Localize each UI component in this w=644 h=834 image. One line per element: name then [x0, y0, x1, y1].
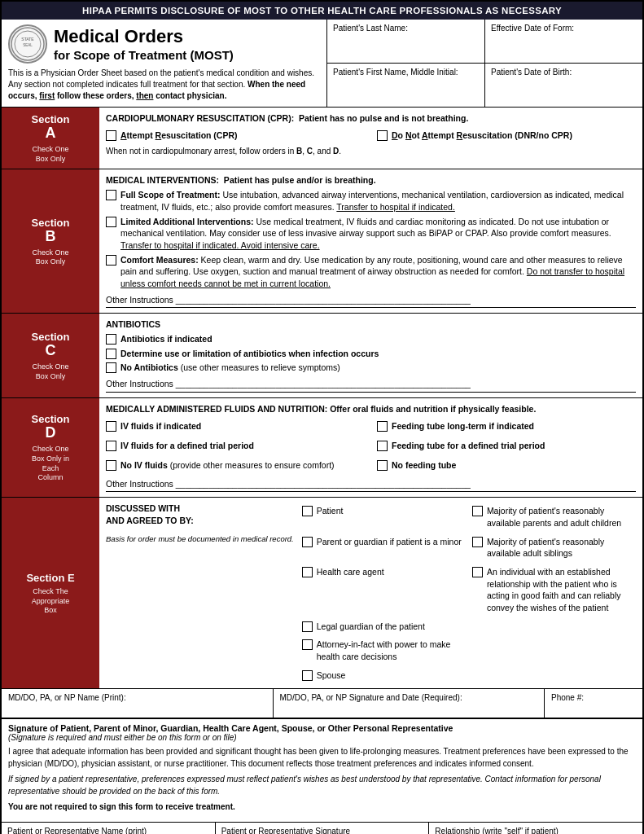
header-area: STATE SEAL Medical Orders for Scope of T…	[2, 20, 642, 108]
section-d-label: Section D Check OneBox Only inEachColumn	[2, 398, 99, 497]
section-e-row: Section E Check TheAppropriateBox DISCUS…	[2, 498, 642, 689]
section-e-opt-spouse: Spouse	[302, 669, 466, 682]
section-d-label-col1-2: IV fluids for a defined trial period	[120, 440, 365, 452]
top-banner: HIPAA PERMITS DISCLOSURE OF MOST TO OTHE…	[2, 2, 642, 20]
md-name-label: MD/DO, PA, or NP Name (Print):	[8, 693, 126, 702]
section-d-title: MEDICALLY ADMINISTERED FLUIDS AND NUTRIT…	[106, 403, 636, 415]
patient-rep-name-field[interactable]: Patient or Representative Name (print)	[2, 823, 216, 834]
section-c-content: ANTIBIOTICS Antibiotics if indicated Det…	[99, 314, 642, 397]
section-d-letter: D	[46, 425, 56, 441]
section-d-label-col1-3: No IV fluids (provide other measures to …	[120, 459, 365, 472]
signature-fields: Patient or Representative Name (print) P…	[2, 822, 642, 834]
section-d-checkbox-col1-3[interactable]	[106, 460, 116, 471]
section-d-sub: Check OneBox Only inEachColumn	[32, 445, 69, 483]
section-d-checkbox-col1-1[interactable]	[106, 421, 116, 432]
patient-rep-sig-label: Patient or Representative Signature	[221, 827, 350, 834]
patient-rep-sig-field[interactable]: Patient or Representative Signature	[216, 823, 430, 834]
section-e-checkbox-spouse[interactable]	[302, 670, 313, 681]
section-b-label-1: Full Scope of Treatment: Use intubation,…	[120, 189, 636, 213]
header-desc: This is a Physician Order Sheet based on…	[8, 68, 320, 102]
md-name-col[interactable]: MD/DO, PA, or NP Name (Print):	[2, 689, 274, 718]
section-d-grid: IV fluids if indicated Feeding tube long…	[106, 418, 636, 473]
section-d-checkbox-col2-2[interactable]	[377, 441, 388, 451]
section-e-label-legal-guardian: Legal guardian of the patient	[317, 621, 466, 633]
section-a-letter: A	[46, 125, 56, 142]
cpr-checkbox-2[interactable]	[377, 130, 388, 141]
section-b-checkbox-3[interactable]	[106, 255, 116, 266]
patient-last-name-field[interactable]: Patient's Last Name:	[327, 20, 485, 63]
section-d-col1-opt2: IV fluids for a defined trial period	[106, 440, 365, 452]
section-b-content: MEDICAL INTERVENTIONS: Patient has pulse…	[99, 169, 642, 313]
section-a-label: Section A Check OneBox Only	[2, 108, 99, 169]
section-b-checkbox-1[interactable]	[106, 190, 116, 200]
section-d-checkbox-col2-1[interactable]	[377, 421, 388, 432]
section-c-checkbox-1[interactable]	[106, 334, 116, 345]
section-e-label-spouse: Spouse	[317, 669, 466, 682]
main-title: Medical Orders	[54, 26, 234, 47]
section-e-opt-majority-siblings: Majority of patient's reasonably availab…	[472, 536, 636, 560]
patient-first-name-field[interactable]: Patient's First Name, Middle Initial:	[327, 64, 485, 107]
section-c-option-2: Determine use or limitation of antibioti…	[106, 348, 636, 360]
section-c-checkbox-2[interactable]	[106, 349, 116, 359]
section-a-title: CARDIOPULMONARY RESUSCITATION (CPR): Pat…	[106, 112, 636, 125]
section-e-content: DISCUSSED WITH AND AGREED TO BY: Basis f…	[99, 498, 642, 688]
section-e-checkbox-majority-parents[interactable]	[472, 506, 483, 516]
section-e-checkbox-legal-guardian[interactable]	[302, 621, 313, 632]
cpr-checkbox-1[interactable]	[106, 130, 116, 141]
section-b-letter: B	[46, 229, 56, 245]
section-a-row: Section A Check OneBox Only CARDIOPULMON…	[2, 108, 642, 169]
section-d-col1-opt3: No IV fluids (provide other measures to …	[106, 459, 365, 472]
section-d-checkbox-col1-2[interactable]	[106, 441, 116, 451]
section-e-checkbox-individual[interactable]	[472, 567, 483, 577]
signature-title: Signature of Patient, Parent of Minor, G…	[8, 723, 636, 733]
patient-dob-field[interactable]: Patient's Date of Birth:	[485, 64, 642, 107]
md-phone-label: Phone #:	[551, 693, 584, 702]
section-b-option-1: Full Scope of Treatment: Use intubation,…	[106, 189, 636, 213]
section-e-opt-guardian: Parent or guardian if patient is a minor	[302, 536, 466, 560]
patient-last-name-label: Patient's Last Name:	[333, 24, 479, 33]
effective-date-field[interactable]: Effective Date of Form:	[485, 20, 642, 63]
section-e-opt-individual: An individual with an established relati…	[472, 566, 636, 614]
section-c-label-2: Determine use or limitation of antibioti…	[120, 348, 636, 360]
section-b-row: Section B Check OneBox Only MEDICAL INTE…	[2, 169, 642, 314]
section-e-checkbox-patient[interactable]	[302, 506, 313, 516]
section-e-checkbox-hca[interactable]	[302, 567, 313, 577]
state-seal: STATE SEAL	[8, 24, 47, 64]
section-e-label-hca: Health care agent	[317, 566, 466, 578]
section-c-sub: Check OneBox Only	[32, 362, 68, 381]
md-sig-col[interactable]: MD/DO, PA, or NP Signature and Date (Req…	[274, 689, 545, 718]
section-e-opt-attorney: Attorney-in-fact with power to make heal…	[302, 639, 466, 662]
section-c-checkbox-3[interactable]	[106, 362, 116, 373]
section-e-title-1: DISCUSSED WITH	[106, 503, 294, 515]
relationship-field[interactable]: Relationship (write "self" if patient)	[429, 823, 642, 834]
section-b-label-3: Comfort Measures: Keep clean, warm and d…	[120, 254, 636, 290]
header-right: Patient's Last Name: Effective Date of F…	[327, 20, 642, 107]
section-e-checkbox-majority-siblings[interactable]	[472, 537, 483, 547]
section-e-checkbox-attorney[interactable]	[302, 639, 313, 650]
md-phone-col[interactable]: Phone #:	[545, 689, 642, 718]
section-e-basis-note: Basis for order must be documented in me…	[106, 533, 294, 544]
section-b-sub: Check OneBox Only	[32, 248, 68, 267]
section-a-sub: Check OneBox Only	[32, 145, 68, 164]
section-e-checkbox-guardian[interactable]	[302, 537, 313, 547]
section-d-col1-opt1: IV fluids if indicated	[106, 420, 365, 432]
section-b-checkbox-2[interactable]	[106, 217, 116, 227]
section-d-checkbox-col2-3[interactable]	[377, 460, 388, 471]
signature-text-1: I agree that adequate information has be…	[8, 745, 636, 770]
section-c-option-3: No Antibiotics (use other measures to re…	[106, 362, 636, 374]
section-e-label: Section E Check TheAppropriateBox	[2, 498, 99, 688]
patient-rep-name-label: Patient or Representative Name (print)	[7, 827, 147, 834]
section-e-name: Section E	[26, 573, 74, 584]
section-e-opt-patient: Patient	[302, 505, 466, 529]
section-b-option-2: Limited Additional Interventions: Use me…	[106, 216, 636, 252]
svg-text:SEAL: SEAL	[23, 43, 33, 47]
section-b-other: Other Instructions _____________________…	[106, 294, 636, 309]
section-e-label-majority-parents: Majority of patient's reasonably availab…	[487, 505, 636, 529]
section-c-label-3: No Antibiotics (use other measures to re…	[120, 362, 636, 374]
effective-date-label: Effective Date of Form:	[491, 24, 637, 33]
section-a-note: When not in cardiopulmonary arrest, foll…	[106, 146, 636, 157]
section-d-col2-opt2: Feeding tube for a defined trial period	[377, 440, 636, 452]
section-b-option-3: Comfort Measures: Keep clean, warm and d…	[106, 254, 636, 290]
section-b-title: MEDICAL INTERVENTIONS: Patient has pulse…	[106, 174, 636, 187]
section-c-name: Section	[32, 331, 70, 343]
